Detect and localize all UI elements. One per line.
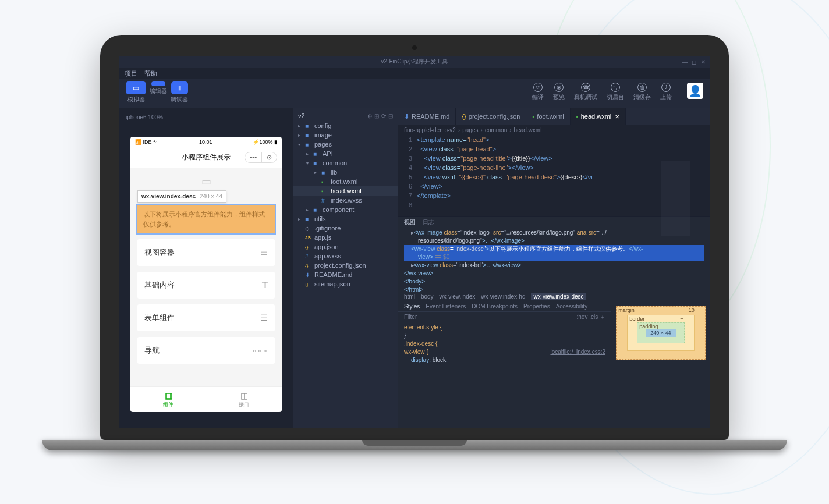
file-tree-item[interactable]: ▪ head.wxml xyxy=(293,186,398,196)
styles-filter-actions[interactable]: :hov .cls ＋ xyxy=(577,313,605,321)
file-tree-item[interactable]: {} app.json xyxy=(293,242,398,251)
category-item[interactable]: 导航 ∘∘∘ xyxy=(137,337,275,364)
minimize-icon[interactable]: — xyxy=(682,59,688,65)
category-icon: ☰ xyxy=(260,313,268,322)
dom-crumb-item[interactable]: wx-view.index xyxy=(440,293,476,300)
dom-node[interactable]: </html> xyxy=(404,286,704,292)
titlebar: v2-FinClip小程序开发工具 — ◻ ✕ xyxy=(119,56,710,68)
breadcrumb-segment[interactable]: common xyxy=(485,127,507,133)
tabbar-item[interactable]: ◫ 接口 xyxy=(206,387,282,412)
dom-node[interactable]: resources/kind/logo.png">…</wx-image> xyxy=(404,237,704,245)
toolbar-action-icon: ◉ xyxy=(554,83,564,92)
close-icon[interactable]: ✕ xyxy=(701,59,707,65)
file-tree-item[interactable]: ⬇ README.md xyxy=(293,270,398,279)
category-label: 导航 xyxy=(144,345,160,356)
toolbar-action-button[interactable]: ⤴ 上传 xyxy=(660,83,672,101)
toolbar: ▭ 模拟器 编辑器 ⫴ 调试器 ⟳ 编译 ◉ 预览 ☎ 真机调试 ⇋ 切后台 🗑… xyxy=(119,79,710,108)
dom-node[interactable]: </wx-view> xyxy=(404,269,704,278)
toolbar-action-button[interactable]: ⇋ 切后台 xyxy=(607,83,624,101)
styles-tab[interactable]: Properties xyxy=(523,303,550,310)
file-name: head.wxml xyxy=(331,187,362,194)
css-rules[interactable]: element.style {}.index-desc {</span></di… xyxy=(398,322,611,428)
editor-tab[interactable]: ▪ foot.wxml xyxy=(526,108,570,125)
file-tree-item[interactable]: ▾ ■ common xyxy=(293,158,398,168)
user-avatar[interactable]: 👤 xyxy=(687,83,703,99)
category-item[interactable]: 视图容器 ▭ xyxy=(137,239,275,266)
dom-crumb-item[interactable]: html xyxy=(404,293,415,300)
file-tree-item[interactable]: ▾ ■ pages xyxy=(293,140,398,149)
file-tree-item[interactable]: ▸ ■ component xyxy=(293,205,398,214)
new-file-icon[interactable]: ⊕ xyxy=(367,113,372,119)
category-item[interactable]: 基础内容 𝕋 xyxy=(137,272,275,299)
toolbar-action-button[interactable]: ⟳ 编译 xyxy=(532,83,544,101)
editor-tab[interactable]: ⬇ README.md xyxy=(398,108,456,125)
file-tree-item[interactable]: ▸ ■ utils xyxy=(293,214,398,223)
file-tree-item[interactable]: # app.wxss xyxy=(293,251,398,261)
menu-project[interactable]: 项目 xyxy=(125,69,137,78)
toolbar-action-button[interactable]: ☎ 真机调试 xyxy=(574,83,597,101)
dom-breadcrumb[interactable]: htmlbodywx-view.indexwx-view.index-hdwx-… xyxy=(398,292,710,301)
project-root[interactable]: v2 xyxy=(298,112,305,119)
dom-crumb-item[interactable]: wx-view.index-hd xyxy=(481,293,525,300)
tabbar-item[interactable]: ▦ 组件 xyxy=(130,387,206,412)
styles-tab[interactable]: Accessibility xyxy=(556,303,587,310)
file-tree-item[interactable]: ▸ ■ config xyxy=(293,121,398,130)
file-tree-item[interactable]: {} sitemap.json xyxy=(293,279,398,289)
minimap[interactable] xyxy=(661,161,690,236)
file-name: component xyxy=(323,206,354,213)
dom-node[interactable]: ▸<wx-image class="index-logo" src="../re… xyxy=(404,229,704,237)
dom-node[interactable]: </body> xyxy=(404,278,704,286)
file-name: app.wxss xyxy=(314,253,341,260)
dom-crumb-item[interactable]: wx-view.index-desc xyxy=(531,293,586,300)
toolbar-mode-button[interactable]: ⫴ 调试器 xyxy=(171,81,188,104)
dom-node[interactable]: view> == $0 xyxy=(404,253,704,261)
file-tree-item[interactable]: ▪ foot.wxml xyxy=(293,177,398,186)
editor-tab[interactable]: {} project.config.json xyxy=(456,108,526,125)
tree-arrow-icon: ▸ xyxy=(306,207,311,212)
tab-overflow-icon[interactable]: ⋯ xyxy=(626,108,642,125)
dom-node[interactable]: ▸<wx-view class="index-bd">…</wx-view> xyxy=(404,261,704,269)
new-folder-icon[interactable]: ⊞ xyxy=(374,113,379,119)
file-tree-item[interactable]: ▸ ■ image xyxy=(293,130,398,140)
file-tree-item[interactable]: {} project.config.json xyxy=(293,261,398,270)
refresh-icon[interactable]: ⟳ xyxy=(381,113,386,119)
simulator-panel: iphone6 100% 📶 IDE ᯤ 10:01 ⚡100% ▮ 小程序组件… xyxy=(119,108,293,428)
dom-node[interactable]: <wx-view class="index-desc">以下将展示小程序官方组件… xyxy=(404,245,704,253)
toolbar-mode-button[interactable]: 编辑器 xyxy=(150,81,167,104)
breadcrumb-segment[interactable]: pages xyxy=(462,127,478,133)
styles-filter-input[interactable]: Filter xyxy=(404,314,417,320)
toolbar-mode-icon xyxy=(151,81,165,86)
toolbar-mode-button[interactable]: ▭ 模拟器 xyxy=(126,81,146,104)
toolbar-action-button[interactable]: ◉ 预览 xyxy=(553,83,565,101)
file-tree-item[interactable]: ▸ ■ lib xyxy=(293,168,398,177)
status-time: 10:01 xyxy=(199,139,212,145)
highlighted-element[interactable]: 以下将展示小程序官方组件能力，组件样式仅供参考。 xyxy=(137,205,275,233)
maximize-icon[interactable]: ◻ xyxy=(692,59,697,65)
devtools-tab[interactable]: 视图 xyxy=(404,218,416,226)
styles-tab[interactable]: Styles xyxy=(404,303,420,310)
tabbar-label: 组件 xyxy=(163,401,173,409)
capsule-more-icon[interactable]: ••• xyxy=(245,152,262,162)
editor-tab[interactable]: ▪ head.wxml ✕ xyxy=(571,108,626,125)
tab-close-icon[interactable]: ✕ xyxy=(615,113,619,120)
file-tree-item[interactable]: ▸ ■ API xyxy=(293,149,398,158)
dom-crumb-item[interactable]: body xyxy=(421,293,434,300)
styles-tab[interactable]: Event Listeners xyxy=(426,303,466,310)
toolbar-action-button[interactable]: 🗑 清缓存 xyxy=(633,83,651,101)
capsule-close-icon[interactable]: ⊙ xyxy=(262,152,277,162)
phone-statusbar: 📶 IDE ᯤ 10:01 ⚡100% ▮ xyxy=(130,137,282,147)
dom-inspector[interactable]: ▸<wx-image class="index-logo" src="../re… xyxy=(398,228,710,292)
breadcrumb-segment[interactable]: head.wxml xyxy=(514,127,542,133)
signal-icon: 📶 IDE ᯤ xyxy=(135,139,158,145)
collapse-icon[interactable]: ⊟ xyxy=(388,113,393,119)
category-item[interactable]: 表单组件 ☰ xyxy=(137,304,275,331)
file-tree-item[interactable]: ◇ .gitignore xyxy=(293,223,398,233)
styles-tab[interactable]: DOM Breakpoints xyxy=(472,303,518,310)
file-name: README.md xyxy=(314,271,352,278)
file-tree-item[interactable]: JS app.js xyxy=(293,233,398,242)
toolbar-mode-icon: ⫴ xyxy=(171,81,188,94)
breadcrumb-segment[interactable]: fino-applet-demo-v2 xyxy=(404,127,456,133)
devtools-tab[interactable]: 日志 xyxy=(423,218,434,226)
file-tree-item[interactable]: # index.wxss xyxy=(293,196,398,205)
menu-help[interactable]: 帮助 xyxy=(144,69,157,78)
